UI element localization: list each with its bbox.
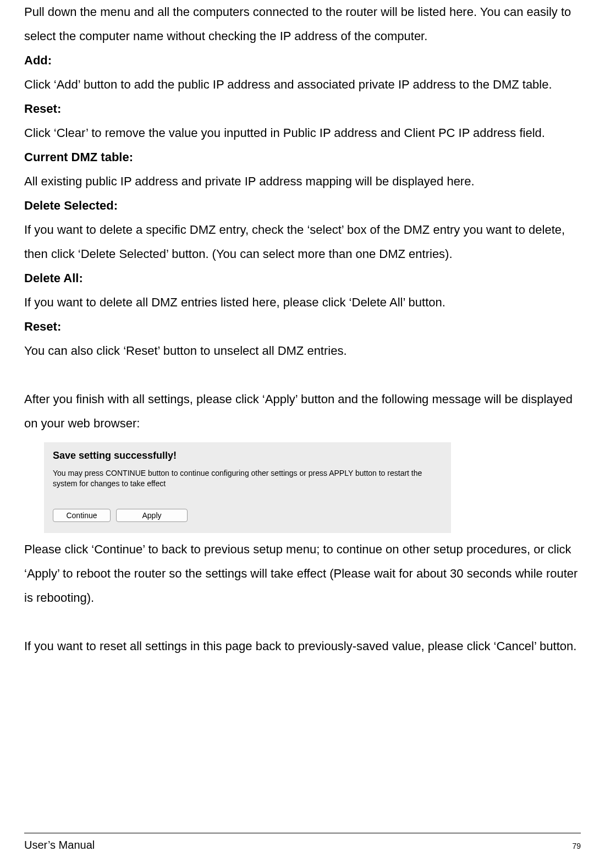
footer-page-number: 79 xyxy=(572,842,581,850)
add-text: Click ‘Add’ button to add the public IP … xyxy=(24,73,581,97)
delete-selected-label: Delete Selected: xyxy=(24,194,581,218)
reset2-label: Reset: xyxy=(24,315,581,339)
dialog-title: Save setting successfully! xyxy=(53,450,442,462)
after-screenshot-text: Please click ‘Continue’ to back to previ… xyxy=(24,537,581,610)
reset1-text: Click ‘Clear’ to remove the value you in… xyxy=(24,121,581,145)
page-footer: User’s Manual 79 xyxy=(24,833,581,851)
delete-all-text: If you want to delete all DMZ entries li… xyxy=(24,290,581,315)
current-dmz-text: All existing public IP address and priva… xyxy=(24,169,581,194)
reset2-text: You can also click ‘Reset’ button to uns… xyxy=(24,339,581,363)
add-label: Add: xyxy=(24,48,581,73)
delete-all-label: Delete All: xyxy=(24,266,581,290)
dialog-description: You may press CONTINUE button to continu… xyxy=(53,468,442,489)
delete-selected-text: If you want to delete a specific DMZ ent… xyxy=(24,218,581,266)
save-dialog-screenshot: Save setting successfully! You may press… xyxy=(44,442,451,533)
after-settings-text: After you finish with all settings, plea… xyxy=(24,387,581,436)
apply-button[interactable]: Apply xyxy=(116,509,188,522)
reset-note-text: If you want to reset all settings in thi… xyxy=(24,634,581,658)
reset1-label: Reset: xyxy=(24,97,581,121)
current-dmz-label: Current DMZ table: xyxy=(24,145,581,169)
footer-title: User’s Manual xyxy=(24,839,95,851)
continue-button[interactable]: Continue xyxy=(53,509,111,522)
intro-text: Pull down the menu and all the computers… xyxy=(24,0,581,48)
